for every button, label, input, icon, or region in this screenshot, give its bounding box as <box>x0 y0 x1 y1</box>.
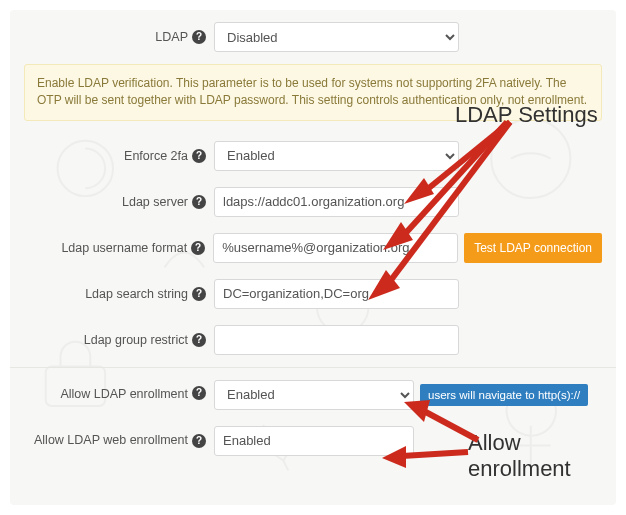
settings-panel: LDAP ? DisabledEnabled Enable LDAP verif… <box>10 10 616 505</box>
help-icon[interactable]: ? <box>191 241 205 255</box>
help-icon[interactable]: ? <box>192 333 206 347</box>
ldap-group-input[interactable] <box>214 325 459 355</box>
label-ldap: LDAP ? <box>24 30 214 44</box>
help-icon[interactable]: ? <box>192 149 206 163</box>
row-ldap-group: Ldap group restrict ? <box>10 313 616 359</box>
allow-web-enroll-input[interactable] <box>214 426 414 456</box>
ldap-server-input[interactable] <box>214 187 459 217</box>
label-ldap-userformat: Ldap username format ? <box>24 241 213 255</box>
allow-enroll-select[interactable]: EnabledDisabled <box>214 380 414 410</box>
help-icon[interactable]: ? <box>192 386 206 400</box>
row-ldap-userformat: Ldap username format ? Test LDAP connect… <box>10 221 616 267</box>
help-icon[interactable]: ? <box>192 287 206 301</box>
help-icon[interactable]: ? <box>192 434 206 448</box>
row-ldap: LDAP ? DisabledEnabled <box>10 10 616 56</box>
label-allow-enroll-text: Allow LDAP enrollment <box>60 386 188 404</box>
label-allow-enroll: Allow LDAP enrollment ? <box>24 386 214 404</box>
label-ldap-group: Ldap group restrict ? <box>24 333 214 347</box>
row-ldap-search: Ldap search string ? <box>10 267 616 313</box>
enforce2fa-select[interactable]: EnabledDisabled <box>214 141 459 171</box>
test-ldap-button[interactable]: Test LDAP connection <box>464 233 602 263</box>
ldap-select[interactable]: DisabledEnabled <box>214 22 459 52</box>
ldap-userformat-input[interactable] <box>213 233 458 263</box>
ldap-note: Enable LDAP verification. This parameter… <box>24 64 602 121</box>
help-icon[interactable]: ? <box>192 30 206 44</box>
label-enforce2fa: Enforce 2fa ? <box>24 149 214 163</box>
label-ldap-group-text: Ldap group restrict <box>84 333 188 347</box>
label-allow-web-enroll: Allow LDAP web enrollment ? <box>24 432 214 450</box>
label-ldap-search: Ldap search string ? <box>24 287 214 301</box>
row-allow-enroll: Allow LDAP enrollment ? EnabledDisabled … <box>10 368 616 414</box>
label-ldap-server-text: Ldap server <box>122 195 188 209</box>
label-enforce2fa-text: Enforce 2fa <box>124 149 188 163</box>
row-allow-web-enroll: Allow LDAP web enrollment ? <box>10 414 616 460</box>
label-ldap-text: LDAP <box>155 30 188 44</box>
label-allow-web-enroll-text: Allow LDAP web enrollment <box>34 432 188 450</box>
label-ldap-server: Ldap server ? <box>24 195 214 209</box>
label-ldap-userformat-text: Ldap username format <box>61 241 187 255</box>
label-ldap-search-text: Ldap search string <box>85 287 188 301</box>
help-icon[interactable]: ? <box>192 195 206 209</box>
enroll-hint-badge: users will navigate to http(s):// <box>420 384 588 406</box>
row-ldap-server: Ldap server ? <box>10 175 616 221</box>
row-enforce2fa: Enforce 2fa ? EnabledDisabled <box>10 129 616 175</box>
ldap-search-input[interactable] <box>214 279 459 309</box>
